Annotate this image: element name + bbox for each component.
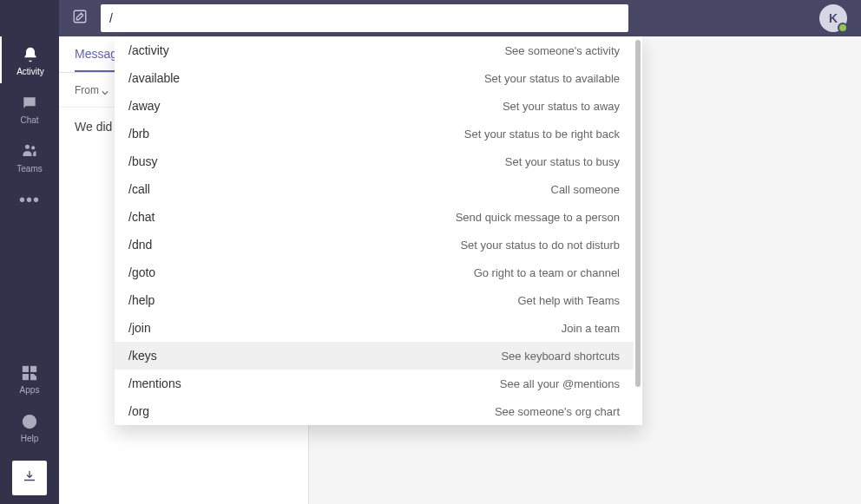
command-desc: Call someone — [551, 183, 621, 196]
command-item[interactable]: /joinJoin a team — [115, 314, 634, 342]
command-item[interactable]: /gotoGo right to a team or channel — [115, 259, 634, 286]
rail-label: Help — [21, 434, 39, 443]
search-value: / — [109, 11, 113, 25]
rail-bottom-group: Apps Help — [0, 353, 59, 504]
command-item[interactable]: /callCall someone — [115, 175, 634, 203]
chevron-down-icon — [102, 87, 108, 94]
command-name: /busy — [128, 154, 157, 168]
command-desc: See someone's org chart — [495, 405, 620, 418]
search-input[interactable]: / — [101, 4, 628, 32]
command-name: /dnd — [128, 238, 152, 252]
command-item[interactable]: /orgSee someone's org chart — [115, 397, 634, 425]
help-icon — [19, 411, 40, 432]
download-icon — [22, 468, 37, 488]
command-desc: See keyboard shortcuts — [501, 350, 620, 363]
svg-rect-1 — [31, 366, 36, 371]
command-desc: Set your status to do not disturb — [460, 239, 620, 252]
command-item[interactable]: /dndSet your status to do not disturb — [115, 231, 634, 259]
command-desc: See all your @mentions — [500, 377, 620, 390]
rail-label: Chat — [20, 115, 38, 125]
apps-icon — [19, 363, 40, 383]
command-dropdown: /activitySee someone's activity/availabl… — [115, 36, 642, 425]
rail-spacer — [0, 0, 59, 35]
command-name: /mentions — [128, 376, 181, 390]
avatar-initial: K — [829, 11, 838, 25]
rail-item-apps[interactable]: Apps — [0, 355, 59, 402]
command-name: /org — [128, 404, 149, 418]
command-item[interactable]: /chatSend quick message to a person — [115, 203, 634, 231]
command-item[interactable]: /helpGet help with Teams — [115, 286, 634, 314]
command-desc: Set your status to be right back — [464, 128, 620, 141]
svg-rect-5 — [74, 10, 86, 23]
svg-point-4 — [29, 424, 30, 425]
header-bar: / K — [59, 0, 861, 36]
scrollbar-thumb[interactable] — [635, 40, 641, 387]
scrollbar[interactable] — [634, 36, 642, 425]
command-name: /help — [128, 293, 154, 307]
svg-rect-2 — [23, 374, 29, 379]
avatar-button[interactable]: K — [819, 4, 847, 32]
command-item[interactable]: /keysSee keyboard shortcuts — [115, 342, 634, 370]
download-button[interactable] — [12, 461, 47, 495]
bell-icon — [20, 44, 41, 65]
command-item[interactable]: /awaySet your status to away — [115, 92, 634, 120]
chat-icon — [19, 93, 40, 114]
rail-more[interactable]: ••• — [0, 180, 59, 219]
svg-rect-0 — [23, 366, 29, 371]
rail-item-help[interactable]: Help — [0, 403, 59, 450]
command-name: /chat — [128, 210, 154, 224]
command-desc: Get help with Teams — [517, 294, 620, 307]
rail-item-chat[interactable]: Chat — [0, 85, 59, 132]
command-name: /available — [128, 71, 180, 85]
command-desc: Join a team — [562, 322, 620, 335]
command-item[interactable]: /availableSet your status to available — [115, 64, 634, 92]
compose-icon — [72, 9, 88, 28]
command-name: /join — [128, 321, 151, 335]
more-icon: ••• — [19, 190, 40, 210]
command-desc: Send quick message to a person — [456, 211, 620, 224]
command-desc: See someone's activity — [504, 44, 620, 57]
command-list: /activitySee someone's activity/availabl… — [115, 36, 634, 425]
command-name: /keys — [128, 349, 157, 363]
command-item[interactable]: /activitySee someone's activity — [115, 36, 634, 64]
filter-label: From — [75, 84, 99, 96]
rail-label: Activity — [16, 67, 44, 76]
command-desc: Go right to a team or channel — [474, 266, 620, 279]
presence-available-icon — [838, 23, 848, 33]
command-item[interactable]: /mentionsSee all your @mentions — [115, 370, 634, 397]
rail-label: Apps — [20, 385, 40, 395]
command-item[interactable]: /brbSet your status to be right back — [115, 120, 634, 147]
command-desc: Set your status to available — [484, 72, 620, 85]
compose-button[interactable] — [59, 9, 101, 28]
teams-icon — [19, 141, 40, 162]
app-rail: Activity Chat Teams ••• Apps — [0, 0, 59, 504]
rail-label: Teams — [16, 164, 42, 173]
rail-top-group: Activity Chat Teams ••• — [0, 35, 59, 353]
command-item[interactable]: /busySet your status to busy — [115, 147, 634, 175]
rail-item-teams[interactable]: Teams — [0, 134, 59, 180]
command-desc: Set your status to busy — [505, 155, 620, 168]
command-name: /activity — [128, 43, 169, 57]
rail-item-activity[interactable]: Activity — [0, 36, 59, 83]
command-desc: Set your status to away — [503, 100, 620, 113]
command-name: /goto — [128, 265, 155, 279]
command-name: /away — [128, 99, 161, 113]
command-name: /call — [128, 182, 150, 196]
command-name: /brb — [128, 127, 149, 141]
